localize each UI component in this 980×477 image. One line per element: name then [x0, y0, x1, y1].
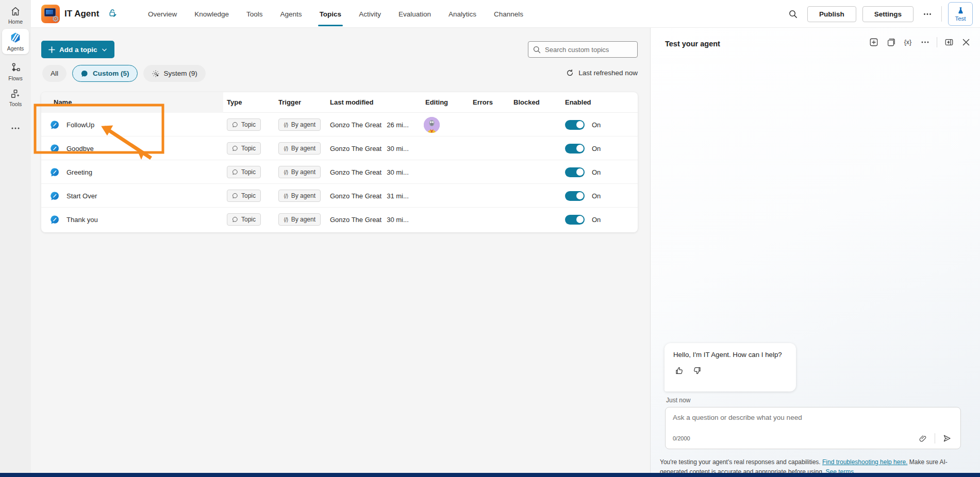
left-rail: Home Agents Flows Tools: [0, 0, 31, 473]
chat-input[interactable]: [673, 414, 953, 421]
system-gear-icon: [152, 70, 160, 78]
topic-name-cell[interactable]: FollowUp: [49, 113, 94, 137]
trigger-badge: ⟨/⟩By agent: [278, 190, 321, 202]
tab-activity[interactable]: Activity: [350, 0, 390, 28]
column-header-blocked[interactable]: Blocked: [513, 98, 540, 106]
topic-name: Greeting: [67, 168, 92, 176]
toggle-state: On: [592, 216, 601, 224]
column-header-name[interactable]: Name: [54, 98, 72, 106]
chevron-down-icon: [102, 47, 107, 53]
column-header-editing[interactable]: Editing: [425, 98, 448, 106]
table-header: Name Type Trigger Last modified Editing …: [41, 92, 638, 113]
tab-channels[interactable]: Channels: [485, 0, 532, 28]
table-row[interactable]: Thank you Topic ⟨/⟩By agent Gonzo The Gr…: [41, 208, 638, 231]
tab-evaluation[interactable]: Evaluation: [390, 0, 440, 28]
activity-map-icon[interactable]: [884, 36, 898, 49]
column-header-last-modified[interactable]: Last modified: [330, 98, 374, 106]
topic-bubble-icon: [49, 120, 60, 130]
troubleshooting-link[interactable]: Find troubleshooting help here.: [822, 458, 907, 466]
trigger-badge: ⟨/⟩By agent: [278, 118, 321, 131]
publish-button[interactable]: Publish: [807, 6, 856, 22]
tab-tools[interactable]: Tools: [238, 0, 272, 28]
new-chat-icon[interactable]: [867, 36, 881, 49]
column-header-enabled[interactable]: Enabled: [565, 98, 591, 106]
panel-more-icon[interactable]: [918, 36, 932, 49]
close-icon[interactable]: [959, 36, 973, 49]
refresh-icon: [566, 69, 574, 77]
table-row[interactable]: Start Over Topic ⟨/⟩By agent Gonzo The G…: [41, 184, 638, 208]
filter-system[interactable]: System (9): [143, 65, 206, 82]
column-header-errors[interactable]: Errors: [473, 98, 493, 106]
search-input[interactable]: [545, 46, 627, 54]
sidebar-item-label: Home: [8, 19, 23, 25]
topic-name-cell[interactable]: Greeting: [49, 160, 92, 184]
attach-icon[interactable]: [917, 432, 929, 445]
type-badge: Topic: [227, 190, 261, 202]
tab-overview[interactable]: Overview: [139, 0, 186, 28]
table-row[interactable]: Goodbye Topic ⟨/⟩By agent Gonzo The Grea…: [41, 137, 638, 160]
trigger-badge: ⟨/⟩By agent: [278, 166, 321, 178]
code-icon: ⟨/⟩: [284, 216, 288, 223]
filter-all[interactable]: All: [42, 65, 67, 82]
topic-filters: All Custom (5) System (9): [42, 65, 206, 82]
thumbs-down-icon[interactable]: [691, 365, 703, 376]
type-badge: Topic: [227, 142, 261, 155]
agent-message-bubble: Hello, I'm IT Agent. How can I help?: [665, 343, 796, 391]
top-bar: ⚙ IT Agent Overview Knowledge Tools Agen…: [31, 0, 980, 28]
tab-analytics[interactable]: Analytics: [440, 0, 485, 28]
agents-icon: [9, 31, 22, 44]
last-modified-cell: Gonzo The Great31 mi...: [330, 184, 409, 208]
tab-knowledge[interactable]: Knowledge: [186, 0, 238, 28]
table-row[interactable]: FollowUp Topic ⟨/⟩By agent Gonzo The Gre…: [41, 113, 638, 137]
enabled-toggle[interactable]: [565, 191, 585, 201]
add-topic-button[interactable]: Add a topic: [41, 41, 114, 58]
enabled-toggle[interactable]: [565, 215, 585, 225]
filter-custom[interactable]: Custom (5): [72, 65, 138, 82]
chat-bubble-icon: [80, 70, 89, 78]
topic-bubble-icon: [49, 191, 60, 201]
code-icon: ⟨/⟩: [284, 169, 288, 176]
search-icon[interactable]: [786, 6, 801, 22]
table-row[interactable]: Greeting Topic ⟨/⟩By agent Gonzo The Gre…: [41, 160, 638, 184]
code-icon: ⟨/⟩: [284, 122, 288, 128]
divider: [941, 6, 942, 22]
settings-button[interactable]: Settings: [862, 6, 913, 22]
message-timestamp: Just now: [666, 397, 690, 404]
panel-title: Test your agent: [665, 40, 720, 48]
topic-name: Start Over: [67, 192, 97, 200]
dock-panel-icon[interactable]: [942, 36, 956, 49]
column-header-type[interactable]: Type: [227, 98, 242, 106]
chat-input-box: 0/2000: [665, 407, 961, 449]
topic-name-cell[interactable]: Start Over: [49, 184, 97, 208]
sidebar-more-button[interactable]: [7, 123, 24, 134]
lock-edit-icon[interactable]: [108, 8, 118, 18]
filter-label: System (9): [164, 70, 197, 77]
topic-name-cell[interactable]: Thank you: [49, 208, 98, 231]
test-button-label: Test: [955, 15, 966, 22]
topic-bubble-icon: [49, 143, 60, 154]
enabled-toggle[interactable]: [565, 120, 585, 130]
tools-icon: [10, 88, 21, 99]
sidebar-item-flows[interactable]: Flows: [2, 60, 29, 84]
variables-icon[interactable]: {x}: [901, 36, 915, 49]
column-header-trigger[interactable]: Trigger: [278, 98, 301, 106]
type-badge: Topic: [227, 118, 261, 131]
sidebar-item-home[interactable]: Home: [2, 3, 29, 27]
tab-agents[interactable]: Agents: [272, 0, 311, 28]
topic-name-cell[interactable]: Goodbye: [49, 137, 94, 160]
thumbs-up-icon[interactable]: [673, 365, 685, 376]
enabled-toggle[interactable]: [565, 167, 585, 177]
more-options-button[interactable]: [920, 6, 935, 22]
sidebar-item-agents[interactable]: Agents: [2, 29, 29, 54]
enabled-toggle[interactable]: [565, 144, 585, 154]
send-icon[interactable]: [941, 432, 953, 445]
panel-toolbar: {x}: [867, 36, 973, 49]
plus-icon: [48, 46, 55, 53]
code-icon: ⟨/⟩: [284, 145, 288, 152]
toggle-state: On: [592, 145, 601, 152]
test-button[interactable]: Test: [948, 2, 973, 26]
tab-topics[interactable]: Topics: [311, 0, 351, 28]
last-modified-cell: Gonzo The Great30 mi...: [330, 208, 409, 231]
sidebar-item-tools[interactable]: Tools: [2, 86, 29, 110]
refresh-button[interactable]: Last refreshed now: [566, 69, 638, 77]
